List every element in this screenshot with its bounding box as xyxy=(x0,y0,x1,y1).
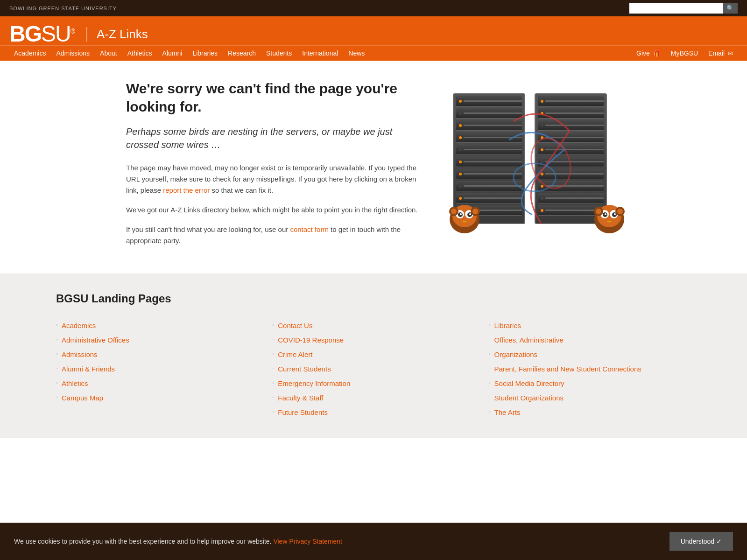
bullet-icon: ◦ xyxy=(272,351,274,357)
nav-give[interactable]: Give 🎁 xyxy=(632,46,665,61)
nav-item-alumni[interactable]: Alumni xyxy=(158,46,187,61)
link-the-arts[interactable]: The Arts xyxy=(494,407,521,417)
svg-point-25 xyxy=(617,209,623,214)
links-grid: ◦ Academics ◦ Administrative Offices ◦ A… xyxy=(56,318,691,420)
bullet-icon: ◦ xyxy=(489,322,491,328)
link-organizations[interactable]: Organizations xyxy=(494,350,538,359)
page-title: A-Z Links xyxy=(86,27,148,42)
link-crime-alert[interactable]: Crime Alert xyxy=(278,350,312,359)
nav-item-academics[interactable]: Academics xyxy=(9,46,50,61)
link-alumni[interactable]: Alumni & Friends xyxy=(62,364,115,374)
link-covid[interactable]: COVID-19 Response xyxy=(278,335,344,345)
nav-item-athletics[interactable]: Athletics xyxy=(123,46,157,61)
link-admissions[interactable]: Admissions xyxy=(62,350,98,359)
top-bar: BOWLING GREEN STATE UNIVERSITY 🔍 xyxy=(0,0,747,16)
nav-bar: Academics Admissions About Athletics Alu… xyxy=(0,45,747,61)
link-emergency[interactable]: Emergency Information xyxy=(278,378,350,388)
bullet-icon: ◦ xyxy=(489,351,491,357)
bullet-icon: ◦ xyxy=(272,336,274,342)
error-subtitle: Perhaps some birds are nesting in the se… xyxy=(126,125,425,151)
list-item: ◦ Parent, Families and New Student Conne… xyxy=(489,362,691,376)
links-col3: ◦ Libraries ◦ Offices, Administrative ◦ … xyxy=(489,318,691,420)
main-nav: Academics Admissions About Athletics Alu… xyxy=(9,46,369,61)
list-item: ◦ Athletics xyxy=(56,376,258,391)
error-body3: If you still can't find what you are loo… xyxy=(126,224,425,246)
link-admin-offices[interactable]: Administrative Offices xyxy=(62,335,129,345)
list-item: ◦ Organizations xyxy=(489,347,691,362)
nav-item-libraries[interactable]: Libraries xyxy=(188,46,222,61)
nav-item-students[interactable]: Students xyxy=(261,46,296,61)
links-col2: ◦ Contact Us ◦ COVID-19 Response ◦ Crime… xyxy=(272,318,474,420)
link-libraries[interactable]: Libraries xyxy=(494,321,521,330)
list-item: ◦ Contact Us xyxy=(272,318,474,333)
link-future-students[interactable]: Future Students xyxy=(278,407,328,417)
link-current-students[interactable]: Current Students xyxy=(278,364,331,374)
svg-point-13 xyxy=(472,209,478,214)
bullet-icon: ◦ xyxy=(272,365,274,371)
bullet-icon: ◦ xyxy=(489,365,491,371)
bullet-icon: ◦ xyxy=(56,336,58,342)
svg-point-20 xyxy=(605,213,606,215)
error-body1: The page may have moved, may no longer e… xyxy=(126,162,425,196)
search-form: 🔍 xyxy=(629,3,738,14)
nav-email[interactable]: Email ✉ xyxy=(704,46,738,61)
link-campus-map[interactable]: Campus Map xyxy=(62,393,103,403)
contact-form-link[interactable]: contact form xyxy=(290,225,329,233)
list-item: ◦ Offices, Administrative xyxy=(489,333,691,347)
bullet-icon: ◦ xyxy=(56,322,58,328)
list-item: ◦ Alumni & Friends xyxy=(56,362,258,376)
landing-pages-heading: BGSU Landing Pages xyxy=(56,292,691,305)
bullet-icon: ◦ xyxy=(56,380,58,385)
secondary-nav: Give 🎁 MyBGSU Email ✉ xyxy=(632,46,738,61)
link-social-media[interactable]: Social Media Directory xyxy=(494,378,564,388)
list-item: ◦ Crime Alert xyxy=(272,347,474,362)
illustration xyxy=(444,79,630,255)
link-contact-us[interactable]: Contact Us xyxy=(278,321,312,330)
list-item: ◦ Admissions xyxy=(56,347,258,362)
nav-item-international[interactable]: International xyxy=(297,46,343,61)
link-faculty-staff[interactable]: Faculty & Staff xyxy=(278,393,323,403)
list-item: ◦ Faculty & Staff xyxy=(272,391,474,405)
report-error-link[interactable]: report the error xyxy=(163,186,210,194)
link-athletics[interactable]: Athletics xyxy=(62,378,88,388)
bullet-icon: ◦ xyxy=(272,380,274,385)
search-input[interactable] xyxy=(629,3,723,14)
bullet-icon: ◦ xyxy=(489,336,491,342)
list-item: ◦ Student Organizations xyxy=(489,391,691,405)
bullet-icon: ◦ xyxy=(489,380,491,385)
list-item: ◦ Current Students xyxy=(272,362,474,376)
list-item: ◦ Social Media Directory xyxy=(489,376,691,391)
logo[interactable]: BGSU® xyxy=(9,23,74,45)
svg-point-23 xyxy=(596,209,601,214)
list-item: ◦ The Arts xyxy=(489,405,691,420)
svg-point-9 xyxy=(469,213,471,215)
error-heading: We're sorry we can't find the page you'r… xyxy=(126,79,425,116)
link-offices-admin[interactable]: Offices, Administrative xyxy=(494,335,564,345)
svg-point-11 xyxy=(451,209,457,214)
search-button[interactable]: 🔍 xyxy=(723,3,738,14)
brand-bar: BGSU® A-Z Links xyxy=(0,16,747,45)
nav-item-news[interactable]: News xyxy=(344,46,369,61)
landing-pages-section: BGSU Landing Pages ◦ Academics ◦ Adminis… xyxy=(0,273,747,438)
link-academics[interactable]: Academics xyxy=(62,321,96,330)
svg-point-21 xyxy=(614,213,616,215)
list-item: ◦ Libraries xyxy=(489,318,691,333)
nav-item-about[interactable]: About xyxy=(95,46,122,61)
main-content: We're sorry we can't find the page you'r… xyxy=(70,61,677,273)
link-student-orgs[interactable]: Student Organizations xyxy=(494,393,564,403)
bullet-icon: ◦ xyxy=(272,322,274,328)
bullet-icon: ◦ xyxy=(56,394,58,400)
logo-text: BGSU® xyxy=(9,23,74,45)
bullet-icon: ◦ xyxy=(272,409,274,414)
bullet-icon: ◦ xyxy=(272,394,274,400)
nav-item-research[interactable]: Research xyxy=(223,46,261,61)
falcon-left-icon xyxy=(444,194,486,236)
nav-item-admissions[interactable]: Admissions xyxy=(51,46,94,61)
list-item: ◦ COVID-19 Response xyxy=(272,333,474,347)
nav-mybgsu[interactable]: MyBGSU xyxy=(666,46,703,61)
list-item: ◦ Academics xyxy=(56,318,258,333)
link-parents[interactable]: Parent, Families and New Student Connect… xyxy=(494,364,641,374)
bullet-icon: ◦ xyxy=(56,351,58,357)
list-item: ◦ Future Students xyxy=(272,405,474,420)
error-text: We're sorry we can't find the page you'r… xyxy=(126,79,425,255)
